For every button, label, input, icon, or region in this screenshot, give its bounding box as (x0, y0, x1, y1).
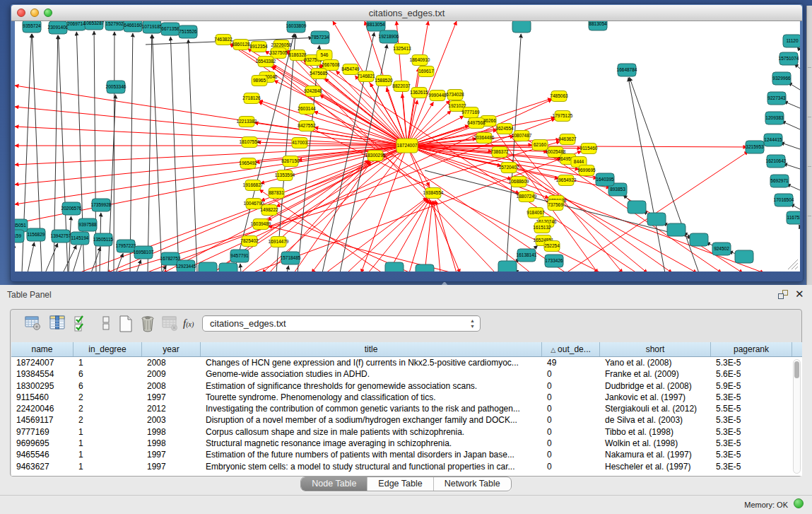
checklist-icon[interactable] (72, 315, 90, 336)
table-cell: 2003 (142, 414, 201, 426)
graph-edge (136, 259, 141, 271)
table-cell: 1 (73, 426, 142, 438)
graph-node-label: 9355724 (23, 23, 41, 28)
table-disabled-icon (160, 315, 179, 336)
graph-node-label: 11353594 (275, 173, 295, 177)
background-panel-edge (806, 6, 812, 285)
new-file-icon[interactable] (117, 315, 135, 336)
graph-node-label: 1244415 (764, 137, 782, 142)
graph-node-label: 7463822 (214, 37, 233, 42)
float-panel-icon[interactable] (778, 290, 789, 300)
table-scrollbar-thumb[interactable] (794, 361, 799, 378)
table-cell: Wolkin et al. (1998) (600, 438, 711, 449)
graph-edge (368, 199, 428, 271)
graph-node-label: 13942757 (51, 233, 71, 238)
table-columns-icon[interactable] (48, 315, 66, 336)
table-selector[interactable]: citations_edges.txt ▲▼ (202, 315, 481, 332)
graph-node-label: 7485063 (550, 93, 568, 98)
graph-node-label: 9184067 (526, 210, 545, 215)
table-cell: 5.3E-5 (711, 414, 792, 426)
column-header-out-de-[interactable]: △out_de... (542, 342, 600, 356)
table-cell: 0 (542, 392, 600, 403)
graph-node-label: 8822037 (392, 83, 411, 88)
graph-node[interactable] (199, 262, 217, 271)
table-gear-icon[interactable] (24, 315, 42, 336)
network-canvas[interactable]: 9355724230914062069714106532871527902646… (15, 21, 800, 271)
status-bar: Memory: OK (0, 495, 812, 514)
trash-icon[interactable] (139, 315, 157, 336)
table-row[interactable]: 1938455462009Genome-wide association stu… (11, 368, 802, 380)
graph-node-label: 417003 (292, 140, 307, 145)
table-cell: 0 (542, 449, 600, 460)
graph-node-label: 13505115 (93, 237, 114, 242)
table-toolbar: f(x) citations_edges.txt ▲▼ (11, 310, 801, 341)
graph-node-label: 2603144 (298, 106, 316, 111)
graph-node-label: 17975125 (553, 113, 573, 118)
graph-node-label: 7386372 (490, 149, 509, 154)
table-row[interactable]: 911546021997Tourette syndrome. Phenomeno… (11, 392, 802, 403)
table-row[interactable]: 946554611997Estimation of the future num… (11, 449, 802, 460)
column-header-title[interactable]: title (201, 342, 542, 356)
graph-node-label: 6466160 (124, 23, 142, 28)
graph-node-label: 16039489 (251, 221, 271, 226)
graph-edge (409, 201, 431, 271)
graph-edge (276, 146, 407, 206)
graph-node[interactable] (690, 233, 708, 246)
close-panel-icon[interactable]: ✕ (795, 288, 804, 300)
table-row[interactable]: 1830029562008Estimation of significance … (11, 380, 802, 392)
table-row[interactable]: 946362711997Embryonic stem cells: a mode… (11, 461, 802, 472)
column-header-name[interactable]: name (11, 342, 73, 356)
table-cell: 1 (73, 357, 142, 368)
graph-node[interactable] (385, 262, 404, 271)
column-header-pagerank[interactable]: pagerank (711, 342, 792, 356)
table-row[interactable]: 1872400712008Changes of HCN gene express… (11, 357, 802, 368)
table-scrollbar[interactable] (793, 359, 801, 474)
table-cell: 2 (73, 392, 142, 403)
tab-edge-table[interactable]: Edge Table (367, 477, 433, 491)
graph-node[interactable] (416, 264, 434, 271)
table-cell: 9463627 (11, 461, 73, 472)
graph-edge (45, 243, 58, 271)
graph-node[interactable] (647, 213, 666, 226)
graph-edge (15, 86, 407, 146)
graph-node-label: 1733426 (545, 258, 563, 263)
graph-node-label: 19218906 (379, 34, 399, 39)
graph-node-label: 5692971 (770, 178, 789, 183)
sort-ascending-icon: △ (551, 343, 555, 356)
column-header-year[interactable]: year (142, 342, 201, 356)
graph-edge (170, 37, 179, 271)
graph-node-label: 8444 (574, 159, 584, 164)
function-builder-icon[interactable]: f(x) (183, 317, 201, 339)
rows-icon[interactable] (97, 315, 115, 336)
canvas-resize-grip[interactable] (788, 259, 798, 269)
column-header-short[interactable]: short (600, 342, 711, 356)
graph-node-label: 546 (321, 52, 329, 57)
tab-network-table[interactable]: Network Table (433, 477, 511, 491)
graph-node[interactable] (735, 250, 753, 263)
table-row[interactable]: 969969511998Structural magnetic resonanc… (11, 438, 802, 449)
graph-node-label: 737569 (548, 202, 563, 207)
graph-node-label: 1527902 (105, 21, 124, 26)
table-cell: 1998 (142, 438, 201, 449)
graph-edge (780, 143, 800, 149)
graph-node[interactable] (512, 21, 531, 33)
graph-node[interactable] (219, 263, 237, 271)
graph-node-label: 8860128 (232, 42, 250, 47)
network-window-titlebar[interactable]: citations_edges.txt (11, 5, 802, 21)
table-cell: 1 (73, 438, 142, 449)
column-header-in-degree[interactable]: in_degree (73, 342, 142, 356)
graph-node[interactable] (498, 261, 517, 271)
graph-edge (628, 78, 665, 271)
graph-node-label: 9242848 (304, 88, 322, 93)
graph-node[interactable] (628, 201, 646, 214)
graph-node-label: 9115460 (580, 146, 598, 151)
graph-node-label: 3624554 (495, 126, 514, 131)
tab-node-table[interactable]: Node Table (301, 477, 367, 491)
table-cell: 49 (542, 357, 600, 368)
graph-node-label: 19166827 (243, 182, 264, 187)
graph-node-label: 15751074 (779, 56, 799, 61)
table-row[interactable]: 977716911998Corpus callosum shape and si… (11, 426, 802, 438)
table-row[interactable]: 2242004622012Investigating the contribut… (11, 403, 802, 414)
table-row[interactable]: 1456911722003Disruption of a novel membe… (11, 414, 802, 426)
graph-node[interactable] (667, 223, 686, 236)
